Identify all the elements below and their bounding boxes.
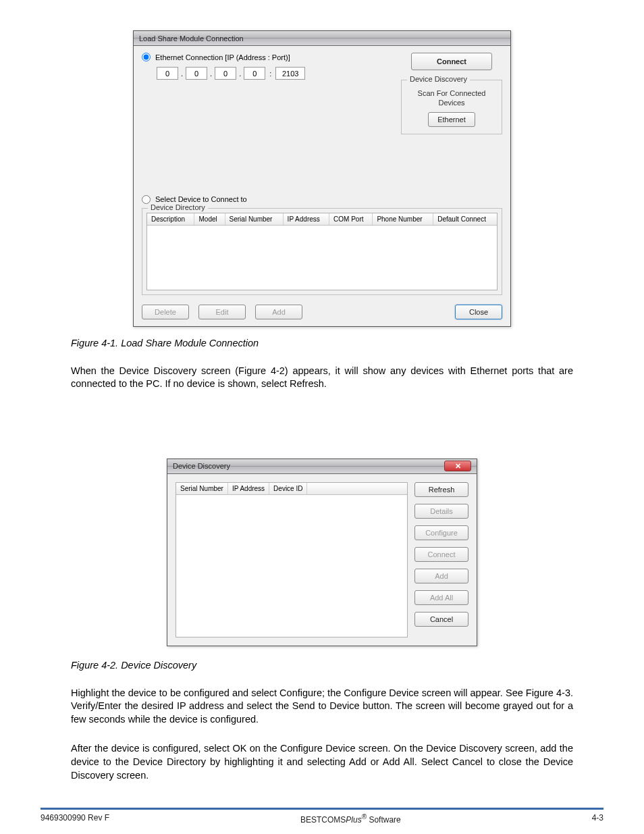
edit-button[interactable]: Edit (198, 305, 246, 319)
figure-1-caption: Figure 4-1. Load Share Module Connection (71, 338, 573, 348)
col-model[interactable]: Model (194, 213, 225, 226)
dot: . (209, 70, 213, 78)
ip-octet-3[interactable] (215, 67, 236, 80)
directory-group-title: Device Directory (148, 203, 208, 211)
d2-col-serial[interactable]: Serial Number (176, 483, 227, 495)
discovery-text: Scan For Connected Devices (407, 88, 496, 108)
colon: : (267, 70, 273, 78)
col-phone[interactable]: Phone Number (373, 213, 433, 226)
configure-button[interactable]: Configure (414, 525, 468, 540)
figure-2-caption: Figure 4-2. Device Discovery (71, 660, 573, 671)
d2-col-ip[interactable]: IP Address (227, 483, 269, 495)
close-icon[interactable]: ✕ (444, 461, 471, 471)
ip-octet-4[interactable] (244, 67, 265, 80)
cancel-button[interactable]: Cancel (414, 612, 468, 627)
paragraph-1: When the Device Discovery screen (Figure… (71, 365, 573, 391)
refresh-button[interactable]: Refresh (414, 482, 468, 497)
dialog-title: Load Share Module Connection (139, 34, 244, 43)
footer-center: BESTCOMSPlus® Software (300, 813, 401, 825)
details-button[interactable]: Details (414, 504, 468, 519)
discovery-dialog: Device Discovery ✕ Serial Number IP Addr… (167, 459, 477, 646)
connection-dialog: Load Share Module Connection Ethernet Co… (133, 30, 511, 327)
col-serial[interactable]: Serial Number (225, 213, 283, 226)
ethernet-radio-label: Ethernet Connection [IP (Address : Port)… (155, 53, 290, 61)
d2-connect-button[interactable]: Connect (414, 547, 468, 562)
ip-address-row: . . . : (157, 67, 394, 80)
discovery-group-title: Device Discovery (407, 75, 470, 83)
d2-add-button[interactable]: Add (414, 569, 468, 583)
ethernet-radio[interactable] (142, 53, 151, 61)
col-default[interactable]: Default Connect (433, 213, 497, 226)
footer-left: 9469300990 Rev F (41, 813, 109, 825)
ip-octet-1[interactable] (157, 67, 178, 80)
d2-col-deviceid[interactable]: Device ID (269, 483, 307, 495)
discovery-titlebar: Device Discovery ✕ (167, 459, 477, 474)
footer-right: 4-3 (592, 813, 603, 825)
addall-button[interactable]: Add All (414, 590, 468, 605)
paragraph-3: After the device is configured, select O… (71, 742, 573, 782)
col-description[interactable]: Description (147, 213, 194, 226)
device-directory-table[interactable]: Description Model Serial Number IP Addre… (146, 213, 498, 290)
select-device-radio-label: Select Device to Connect to (155, 195, 247, 203)
close-button[interactable]: Close (455, 305, 502, 319)
page-footer: 9469300990 Rev F BESTCOMSPlus® Software … (41, 813, 603, 825)
paragraph-2: Highlight the device to be configured an… (71, 687, 573, 727)
port-input[interactable] (275, 67, 305, 80)
connect-button[interactable]: Connect (411, 53, 492, 70)
delete-button[interactable]: Delete (142, 305, 189, 319)
dialog-titlebar: Load Share Module Connection (134, 31, 510, 46)
ethernet-scan-button[interactable]: Ethernet (428, 112, 475, 127)
add-button[interactable]: Add (255, 305, 302, 319)
dot: . (238, 70, 242, 78)
col-ip[interactable]: IP Address (283, 213, 329, 226)
ip-octet-2[interactable] (186, 67, 207, 80)
footer-rule (41, 808, 603, 810)
discovery-title: Device Discovery (173, 462, 230, 470)
dot: . (180, 70, 184, 78)
col-comport[interactable]: COM Port (329, 213, 373, 226)
discovery-table[interactable]: Serial Number IP Address Device ID (176, 482, 408, 637)
